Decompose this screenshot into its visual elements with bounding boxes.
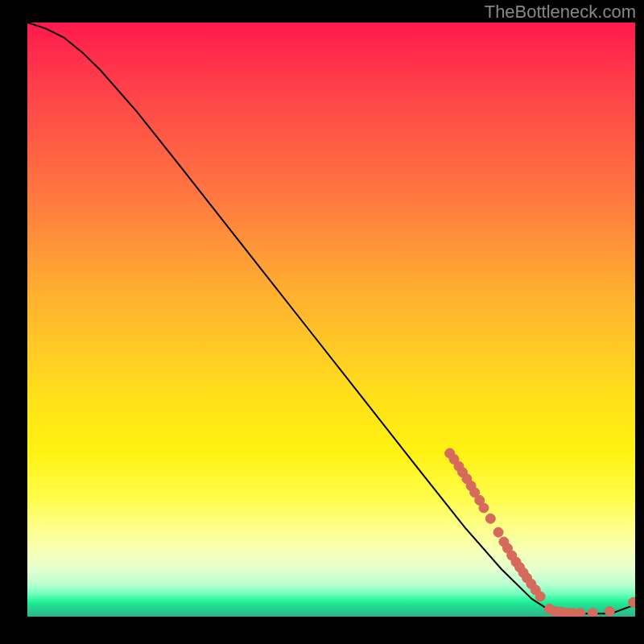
chart-point — [550, 606, 559, 616]
chart-point — [605, 606, 614, 616]
chart-point — [564, 609, 573, 617]
chart-point — [449, 454, 459, 464]
chart-point — [475, 495, 485, 505]
chart-point — [503, 543, 513, 553]
chart-point — [445, 448, 455, 458]
chart-point — [555, 607, 564, 617]
chart-point — [499, 537, 509, 547]
chart-point — [569, 609, 579, 617]
chart-point — [493, 527, 503, 537]
chart-plot-area — [27, 23, 635, 617]
chart-point — [535, 592, 545, 601]
chart-point — [629, 597, 635, 607]
chart-point — [526, 579, 536, 588]
chart-point — [522, 573, 532, 583]
chart-point — [588, 609, 597, 617]
chart-point — [530, 585, 540, 595]
chart-point — [454, 461, 464, 471]
chart-point — [466, 481, 476, 491]
chart-points — [445, 448, 635, 617]
chart-point — [511, 557, 521, 567]
chart-point — [507, 551, 517, 560]
watermark-text: TheBottleneck.com — [485, 2, 636, 23]
chart-point — [462, 474, 472, 484]
chart-point — [470, 488, 480, 497]
chart-point — [458, 468, 468, 477]
chart-point — [518, 568, 528, 577]
chart-point — [545, 604, 555, 613]
chart-svg-overlay — [27, 23, 635, 617]
chart-point — [479, 503, 489, 513]
chart-point — [485, 514, 495, 523]
chart-point — [515, 563, 525, 572]
chart-curve — [27, 23, 635, 613]
chart-point — [559, 608, 568, 617]
chart-point — [576, 609, 585, 617]
